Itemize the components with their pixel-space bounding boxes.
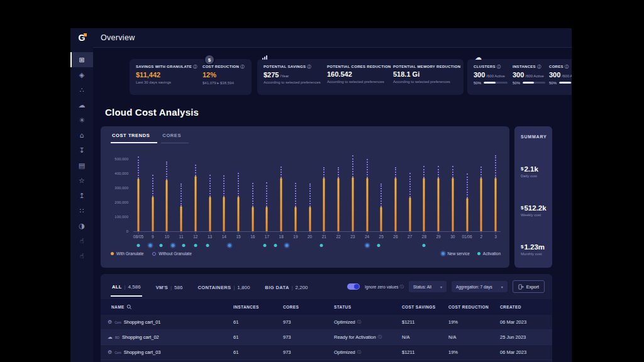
aggregation-select[interactable]: Aggregation: 7 days▾ — [452, 281, 508, 292]
cloud-icon: ☁ — [108, 335, 113, 340]
cell-status: Optimizedⓘ — [334, 349, 402, 355]
x-axis-tick: 13 — [208, 234, 212, 239]
sidebar-item-feedback[interactable]: ☝ — [70, 248, 93, 263]
sidebar-nav: ⊞◈∴☁✳⌂↧▤☆↥∷◑☝☝ — [70, 52, 93, 263]
bar-without-granulate — [480, 167, 482, 178]
x-axis-tick: 08/05 — [133, 234, 143, 239]
activation-dot-icon — [477, 252, 480, 255]
col-created: CREATED — [500, 305, 552, 309]
sidebar-item-deploy[interactable]: ↥ — [70, 188, 93, 203]
bar-chart-icon — [262, 54, 267, 60]
tab-big-data[interactable]: BIG DATA|2,200 — [264, 277, 309, 296]
table-row[interactable]: ⚙ContShopping cart_0361973Optimizedⓘ$121… — [101, 345, 552, 360]
tab-all[interactable]: ALL|4,586 — [111, 277, 142, 297]
cell-created: 06 Mar 2023 — [500, 349, 552, 355]
ignore-zero-toggle[interactable] — [347, 283, 360, 290]
cell-cost-reduction: 19% — [448, 319, 500, 325]
x-axis-tick: 23 — [350, 234, 355, 239]
services-table-panel: ALL|4,586 VM'S|586 CONTAINERS|1,800 BIG … — [101, 274, 552, 362]
sidebar-item-inbox[interactable]: ↧ — [70, 143, 93, 158]
export-button[interactable]: Export — [513, 280, 545, 293]
main-content: $SAVINGS WITH GRANULATEⓘ$11,442Last 30 d… — [93, 48, 572, 362]
cell-cores: 973 — [283, 319, 334, 325]
bar-with-granulate — [180, 206, 182, 231]
activation-marker — [182, 244, 185, 247]
x-axis-tick: 19 — [293, 234, 297, 239]
x-axis-tick: 01/06 — [462, 234, 472, 239]
cell-created: 25 Jun 2023 — [500, 334, 552, 340]
legend-without-granulate: Without Granulate — [152, 251, 191, 256]
topology-icon: ∴ — [80, 87, 84, 94]
metric: CLUSTERSⓘ300/600 Active50% — [474, 65, 513, 85]
tab-cost-trends[interactable]: COST TRENDS — [111, 133, 157, 143]
x-axis-tick: 20 — [308, 234, 312, 239]
x-axis-tick: 17 — [265, 234, 269, 239]
legend-new-service: New service — [441, 251, 469, 256]
ignore-zero-label: Ignore zero values ⓘ — [365, 285, 404, 289]
metric: CORESⓘ300/600 Active50% — [549, 65, 572, 85]
legend-activation: Activation — [477, 251, 501, 256]
tab-vms[interactable]: VM'S|586 — [155, 277, 184, 296]
service-name: Shopping cart_03 — [124, 349, 161, 355]
chart-plot: 0100,000200,000300,000400,000500,000 — [133, 152, 501, 232]
sidebar-item-theme[interactable]: ◑ — [70, 218, 93, 233]
pointer-icon: ☝ — [80, 238, 84, 244]
sidebar-item-cloud[interactable]: ☁ — [70, 97, 93, 112]
logo-letter: G — [79, 33, 86, 42]
status-filter-select[interactable]: Status: All▾ — [409, 281, 447, 292]
table-row[interactable]: ☁BDShopping cart_0261973Ready for Activa… — [101, 330, 552, 345]
bar-without-granulate — [209, 175, 211, 197]
table-row[interactable]: ⚙ContShopping cart_0161973Optimizedⓘ$121… — [101, 315, 552, 330]
bar-without-granulate — [452, 166, 453, 178]
cell-created: 06 Mar 2023 — [500, 319, 552, 325]
legend-with-granulate: With Granulate — [111, 251, 143, 256]
search-icon[interactable] — [126, 304, 132, 310]
bar-without-granulate — [495, 155, 496, 178]
sidebar-item-cost-center[interactable]: ⌂ — [70, 128, 93, 143]
cell-cores: 973 — [283, 334, 334, 340]
summary-monthly: $1.23m Monthly cost — [521, 243, 552, 256]
new-service-marker — [148, 244, 152, 247]
tab-cores[interactable]: CORES — [161, 133, 189, 143]
top-header: Overview — [93, 28, 572, 48]
gear-icon: ⚙ — [108, 320, 112, 325]
export-icon — [518, 284, 524, 290]
app-logo[interactable]: G — [70, 28, 93, 47]
bar-without-granulate — [295, 183, 296, 207]
bar-without-granulate — [423, 166, 425, 178]
sidebar-item-services[interactable]: ◈ — [70, 67, 93, 82]
star-icon: ☆ — [79, 177, 85, 184]
info-icon: ⓘ — [537, 65, 541, 69]
sidebar-item-overview[interactable]: ⊞ — [70, 52, 93, 67]
sidebar-item-support[interactable]: ☝ — [70, 233, 93, 248]
summary-daily: $2.1k Daily cost — [521, 165, 552, 178]
info-icon: ⓘ — [497, 65, 501, 69]
section-title: Cloud Cost Analysis — [105, 107, 199, 118]
y-axis-tick: 100,000 — [103, 215, 128, 219]
activation-marker — [319, 244, 323, 247]
activation-marker — [274, 244, 277, 247]
metric: POTENTIAL MEMORY REDUCTION518.1 GiAccord… — [393, 65, 464, 84]
helm-wheel-icon: ✳ — [79, 117, 84, 124]
sidebar-item-integrations[interactable]: ∷ — [70, 203, 93, 218]
metric: COST REDUCTIONⓘ12%$41,079 ▸ $38,594 — [203, 65, 252, 85]
bar-with-granulate — [438, 178, 440, 231]
bar-with-granulate — [166, 180, 168, 231]
col-instances: INSTANCES — [233, 305, 283, 309]
info-icon: ⓘ — [357, 350, 362, 354]
sidebar-item-topology[interactable]: ∴ — [70, 82, 93, 97]
col-name[interactable]: NAME — [111, 304, 233, 310]
sidebar-item-kubernetes[interactable]: ✳ — [70, 112, 93, 128]
nodes-icon: ∷ — [80, 207, 84, 214]
tab-containers[interactable]: CONTAINERS|1,800 — [196, 277, 251, 296]
y-axis-tick: 500,000 — [103, 157, 128, 161]
bar-without-granulate — [409, 173, 411, 197]
stats-card-1: $SAVINGS WITH GRANULATEⓘ$11,442Last 30 d… — [130, 59, 252, 95]
sidebar-item-favorites[interactable]: ☆ — [70, 173, 93, 188]
table-controls: Ignore zero values ⓘ Status: All▾ Aggreg… — [347, 280, 545, 293]
progress-bar — [559, 82, 572, 84]
bar-with-granulate — [252, 207, 253, 231]
sidebar-item-reports[interactable]: ▤ — [70, 158, 93, 173]
cell-cores: 973 — [283, 349, 334, 355]
metric: POTENTIAL CORES REDUCTION160.542Accordin… — [327, 65, 393, 84]
